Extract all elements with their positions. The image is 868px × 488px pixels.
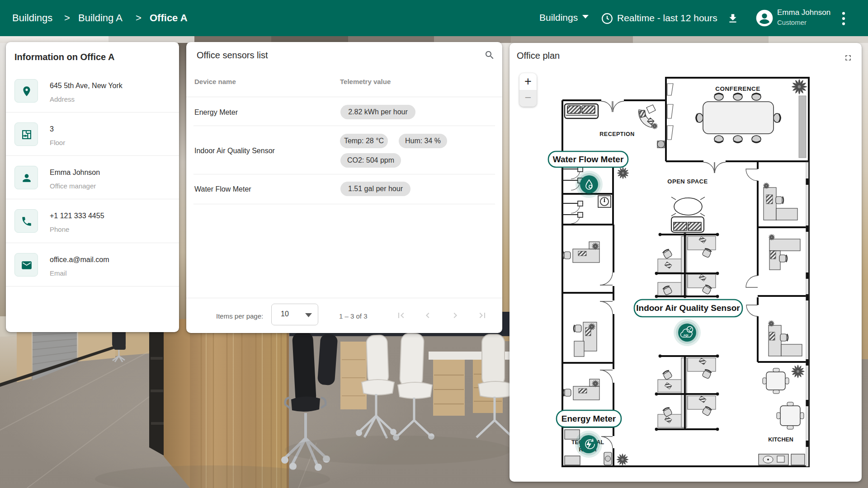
svg-text:Indoor Air Quality Sensor: Indoor Air Quality Sensor	[636, 303, 740, 313]
svg-text:Energy Meter: Energy Meter	[561, 414, 616, 423]
svg-text:KITCHEN: KITCHEN	[768, 436, 793, 443]
svg-text:OPEN SPACE: OPEN SPACE	[667, 178, 708, 185]
svg-text:AQI: AQI	[684, 334, 689, 337]
svg-text:CONFERENCE: CONFERENCE	[715, 85, 760, 92]
svg-text:Water Flow Meter: Water Flow Meter	[553, 155, 624, 164]
svg-text:RECEPTION: RECEPTION	[599, 131, 634, 137]
